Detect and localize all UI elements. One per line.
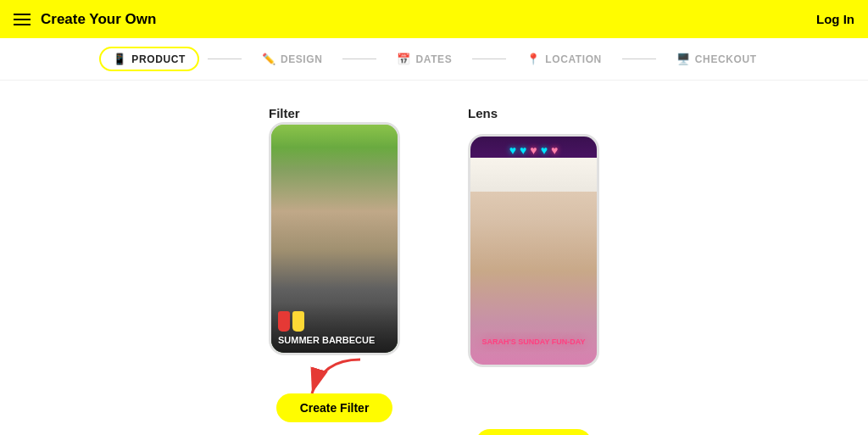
step-design[interactable]: ✏️ DESIGN: [242, 48, 343, 70]
header: Create Your Own Log In: [0, 0, 868, 38]
filter-condiment-icons: [278, 311, 391, 332]
lens-product-column: Lens ♥ ♥ ♥ ♥ ♥: [468, 106, 599, 435]
heart-4: ♥: [541, 143, 548, 157]
create-filter-button[interactable]: Create Filter: [276, 393, 393, 422]
filter-label: Filter: [269, 106, 300, 120]
products-row: Filter SUMMER BARBECUE: [0, 106, 868, 435]
dates-step-label: DATES: [415, 53, 452, 65]
lens-hearts: ♥ ♥ ♥ ♥ ♥: [470, 143, 597, 157]
lens-image: ♥ ♥ ♥ ♥ ♥ SARAH'S SUNDAY FUN-DAY: [470, 137, 597, 365]
step-product[interactable]: 📱 PRODUCT: [91, 47, 208, 71]
ketchup-icon: [278, 311, 290, 332]
step-dates[interactable]: 📅 DATES: [376, 48, 472, 70]
design-step-label: DESIGN: [281, 53, 323, 65]
filter-phone-card[interactable]: SUMMER BARBECUE: [269, 122, 400, 355]
login-button[interactable]: Log In: [816, 12, 854, 26]
checkout-step-label: CHECKOUT: [695, 53, 757, 65]
lens-hair: [470, 158, 597, 192]
connector-1: [208, 59, 242, 59]
connector-2: [342, 59, 376, 59]
steps-bar: 📱 PRODUCT ✏️ DESIGN 📅 DATES 📍 LOCATION: [0, 38, 868, 81]
step-checkout[interactable]: 🖥️ CHECKOUT: [656, 48, 777, 70]
connector-3: [472, 59, 506, 59]
design-step-icon: ✏️: [262, 53, 275, 65]
filter-product-column: Filter SUMMER BARBECUE: [269, 106, 400, 422]
lens-phone-card[interactable]: ♥ ♥ ♥ ♥ ♥ SARAH'S SUNDAY FUN-DAY: [468, 134, 599, 367]
product-step-icon: 📱: [113, 53, 126, 65]
product-step-label: PRODUCT: [131, 53, 186, 65]
create-lens-button[interactable]: Create Lens: [476, 429, 591, 435]
mustard-icon: [292, 311, 304, 332]
step-location[interactable]: 📍 LOCATION: [506, 48, 622, 70]
lens-label: Lens: [468, 106, 498, 120]
heart-1: ♥: [509, 143, 516, 157]
filter-overlay: SUMMER BARBECUE: [271, 303, 398, 353]
connector-4: [622, 59, 656, 59]
location-step-icon: 📍: [526, 53, 540, 65]
heart-3: ♥: [530, 143, 537, 157]
header-left: Create Your Own: [14, 11, 156, 28]
dates-step-icon: 📅: [397, 53, 410, 65]
main-content: Filter SUMMER BARBECUE: [0, 81, 868, 435]
app-title: Create Your Own: [41, 11, 156, 28]
filter-overlay-text: SUMMER BARBECUE: [278, 335, 391, 346]
heart-2: ♥: [520, 143, 526, 157]
hamburger-icon[interactable]: [14, 14, 31, 25]
checkout-step-icon: 🖥️: [676, 53, 690, 65]
lens-overlay-text: SARAH'S SUNDAY FUN-DAY: [470, 337, 597, 348]
location-step-label: LOCATION: [545, 53, 602, 65]
lens-face-bg: [470, 158, 597, 365]
filter-image: SUMMER BARBECUE: [271, 125, 398, 353]
heart-5: ♥: [551, 143, 558, 157]
